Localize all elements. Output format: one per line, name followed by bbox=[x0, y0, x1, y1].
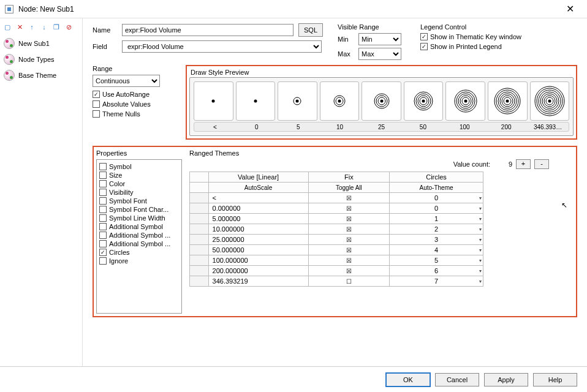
property-row[interactable]: Circles bbox=[99, 248, 179, 257]
circles-cell[interactable]: 6▾ bbox=[390, 266, 483, 276]
value-cell[interactable]: 50.000000 bbox=[208, 245, 308, 255]
property-row[interactable]: Symbol Font bbox=[99, 197, 179, 205]
table-row[interactable]: 346.393219☐7▾ bbox=[190, 276, 483, 287]
property-check[interactable] bbox=[99, 172, 107, 179]
preview-cell-4[interactable] bbox=[362, 81, 401, 121]
property-row[interactable]: Ignore bbox=[99, 257, 179, 265]
chevron-down-icon[interactable]: ▾ bbox=[479, 206, 482, 211]
delete-icon[interactable]: ✕ bbox=[15, 22, 25, 32]
fix-cell[interactable]: ☒ bbox=[308, 255, 389, 266]
fix-cell[interactable]: ☒ bbox=[308, 235, 389, 245]
move-up-icon[interactable]: ↑ bbox=[27, 22, 37, 32]
property-row[interactable]: Visibility bbox=[99, 188, 179, 197]
circles-cell[interactable]: 4▾ bbox=[390, 245, 483, 255]
circles-cell[interactable]: 0▾ bbox=[390, 203, 483, 214]
toggleall-header[interactable]: Toggle All bbox=[308, 183, 389, 193]
chevron-down-icon[interactable]: ▾ bbox=[479, 258, 482, 263]
value-count-minus[interactable]: - bbox=[534, 159, 549, 169]
preview-cell-1[interactable] bbox=[236, 81, 276, 121]
table-row[interactable]: <☒0▾ bbox=[190, 193, 483, 203]
table-row[interactable]: 0.000000☒0▾ bbox=[190, 203, 483, 214]
property-check[interactable] bbox=[99, 189, 107, 196]
property-check[interactable] bbox=[99, 180, 107, 187]
name-input[interactable] bbox=[122, 24, 294, 36]
range-mode-select[interactable]: Continuous bbox=[93, 75, 160, 87]
forbid-icon[interactable]: ⊘ bbox=[64, 22, 74, 32]
thematic-check[interactable] bbox=[420, 33, 428, 40]
chevron-down-icon[interactable]: ▾ bbox=[479, 279, 482, 284]
preview-cell-2[interactable] bbox=[278, 81, 317, 121]
property-row[interactable]: Symbol bbox=[99, 162, 179, 171]
table-row[interactable]: 200.000000☒6▾ bbox=[190, 266, 483, 276]
property-check[interactable] bbox=[99, 249, 107, 256]
property-row[interactable]: Symbol Font Char... bbox=[99, 205, 179, 214]
autoscale-header[interactable]: AutoScale bbox=[208, 183, 308, 193]
property-check[interactable] bbox=[99, 214, 107, 222]
fix-cell[interactable]: ☒ bbox=[308, 203, 389, 214]
chevron-down-icon[interactable]: ▾ bbox=[479, 195, 482, 201]
property-check[interactable] bbox=[99, 197, 107, 205]
value-cell[interactable]: 346.393219 bbox=[208, 276, 308, 287]
chevron-down-icon[interactable]: ▾ bbox=[479, 268, 482, 274]
sidebar-item-1[interactable]: Node Types bbox=[0, 51, 82, 67]
value-cell[interactable]: 0.000000 bbox=[208, 203, 308, 214]
autorange-check[interactable] bbox=[93, 91, 100, 98]
circles-cell[interactable]: 2▾ bbox=[390, 224, 483, 235]
chevron-down-icon[interactable]: ▾ bbox=[479, 237, 482, 243]
ok-button[interactable]: OK bbox=[386, 373, 430, 386]
value-cell[interactable]: 200.000000 bbox=[208, 266, 308, 276]
autotheme-header[interactable]: Auto-Theme bbox=[390, 183, 483, 193]
circles-cell[interactable]: 1▾ bbox=[390, 214, 483, 224]
property-check[interactable] bbox=[99, 206, 107, 213]
property-row[interactable]: Color bbox=[99, 179, 179, 188]
property-check[interactable] bbox=[99, 223, 107, 230]
table-row[interactable]: 50.000000☒4▾ bbox=[190, 245, 483, 255]
value-cell[interactable]: 100.000000 bbox=[208, 255, 308, 266]
min-select[interactable]: Min bbox=[358, 33, 401, 45]
field-select[interactable]: expr:Flood Volume bbox=[122, 40, 322, 53]
fix-cell[interactable]: ☒ bbox=[308, 214, 389, 224]
move-down-icon[interactable]: ↓ bbox=[39, 22, 49, 32]
property-row[interactable]: Size bbox=[99, 171, 179, 179]
preview-cell-6[interactable] bbox=[445, 81, 485, 121]
preview-cell-5[interactable] bbox=[404, 81, 444, 121]
value-cell[interactable]: 10.000000 bbox=[208, 224, 308, 235]
table-row[interactable]: 100.000000☒5▾ bbox=[190, 255, 483, 266]
property-row[interactable]: Additional Symbol bbox=[99, 222, 179, 231]
help-button[interactable]: Help bbox=[533, 373, 577, 386]
new-layer-icon[interactable]: ▢ bbox=[2, 22, 12, 32]
fix-cell[interactable]: ☒ bbox=[308, 266, 389, 276]
copy-icon[interactable]: ❐ bbox=[51, 22, 61, 32]
preview-cell-3[interactable] bbox=[320, 81, 360, 121]
circles-cell[interactable]: 7▾ bbox=[390, 276, 483, 287]
preview-cell-8[interactable] bbox=[530, 81, 570, 121]
property-row[interactable]: Symbol Line Width bbox=[99, 214, 179, 222]
sidebar-item-0[interactable]: New Sub1 bbox=[0, 36, 82, 51]
property-check[interactable] bbox=[99, 163, 107, 170]
themenulls-check[interactable] bbox=[93, 110, 100, 118]
table-row[interactable]: 5.000000☒1▾ bbox=[190, 214, 483, 224]
cancel-button[interactable]: Cancel bbox=[435, 373, 479, 386]
printed-check[interactable] bbox=[420, 43, 428, 50]
max-select[interactable]: Max bbox=[358, 48, 401, 60]
sidebar-item-2[interactable]: Base Theme bbox=[0, 67, 82, 83]
ranged-themes-table[interactable]: Value [Linear]FixCirclesAutoScaleToggle … bbox=[189, 172, 483, 287]
apply-button[interactable]: Apply bbox=[484, 373, 528, 386]
chevron-down-icon[interactable]: ▾ bbox=[479, 216, 482, 222]
property-check[interactable] bbox=[99, 257, 107, 265]
property-check[interactable] bbox=[99, 240, 107, 247]
fix-cell[interactable]: ☒ bbox=[308, 193, 389, 203]
property-row[interactable]: Additional Symbol ... bbox=[99, 239, 179, 248]
circles-cell[interactable]: 0▾ bbox=[390, 193, 483, 203]
circles-cell[interactable]: 5▾ bbox=[390, 255, 483, 266]
value-cell[interactable]: 25.000000 bbox=[208, 235, 308, 245]
absvalues-check[interactable] bbox=[93, 100, 100, 108]
property-check[interactable] bbox=[99, 232, 107, 239]
fix-cell[interactable]: ☒ bbox=[308, 245, 389, 255]
fix-cell[interactable]: ☐ bbox=[308, 276, 389, 287]
property-row[interactable]: Additional Symbol ... bbox=[99, 231, 179, 239]
preview-cell-0[interactable] bbox=[194, 81, 233, 121]
sql-button[interactable]: SQL bbox=[298, 23, 323, 37]
chevron-down-icon[interactable]: ▾ bbox=[479, 227, 482, 232]
close-button[interactable]: ✕ bbox=[558, 3, 582, 15]
